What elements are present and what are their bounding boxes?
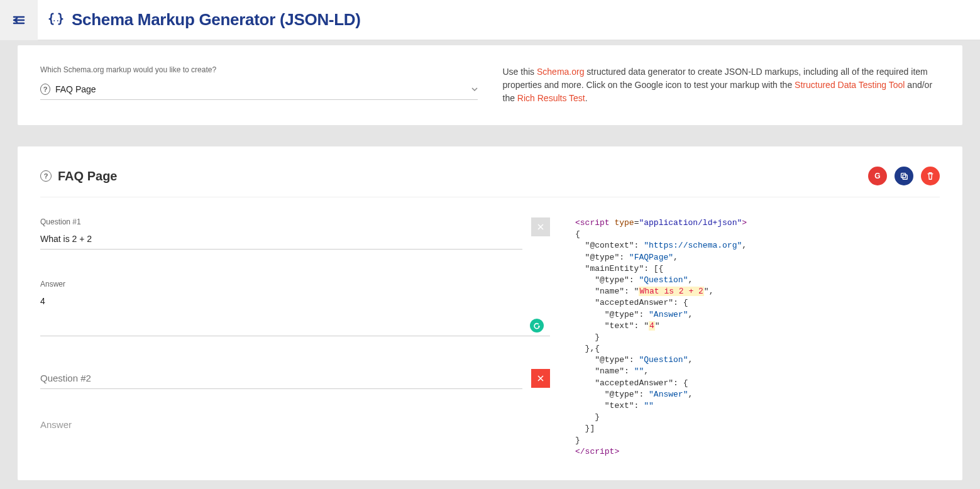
close-icon [537, 375, 544, 382]
grammarly-icon[interactable] [530, 319, 544, 332]
remove-question-button [531, 217, 550, 236]
schema-select[interactable]: ? FAQ Page [40, 80, 478, 100]
code-output: <script type="application/ld+json"> { "@… [575, 209, 940, 460]
answer-label: Answer [40, 419, 550, 430]
google-test-button[interactable]: G [868, 167, 887, 185]
help-icon: ? [40, 84, 50, 94]
close-icon [537, 224, 544, 230]
google-icon: G [873, 171, 883, 181]
question-input[interactable] [40, 369, 522, 389]
answer-block: Answer [40, 419, 550, 430]
menu-toggle-button[interactable] [0, 0, 38, 40]
question-input[interactable] [40, 230, 522, 250]
svg-point-4 [57, 20, 58, 21]
question-block [40, 369, 550, 389]
jsonld-code: <script type="application/ld+json"> { "@… [575, 217, 940, 458]
section-title: FAQ Page [58, 169, 117, 184]
topbar: Schema Markup Generator (JSON-LD) [0, 0, 980, 40]
page-title: Schema Markup Generator (JSON-LD) [72, 10, 361, 30]
intro-card: Which Schema.org markup would you like t… [18, 45, 962, 125]
copy-icon [900, 172, 908, 180]
svg-rect-7 [903, 175, 907, 179]
question-block: Question #1 [40, 217, 550, 250]
chevron-down-icon [471, 86, 478, 92]
remove-question-button[interactable] [531, 369, 550, 388]
schema-org-link[interactable]: Schema.org [537, 67, 584, 77]
generator-card: ? FAQ Page G [18, 146, 962, 480]
delete-button[interactable] [921, 167, 940, 185]
answer-label: Answer [40, 280, 550, 288]
help-icon: ? [40, 170, 52, 182]
sdtt-link[interactable]: Structured Data Testing Tool [795, 80, 905, 90]
svg-text:G: G [874, 172, 880, 180]
logo-braces-icon [47, 11, 65, 30]
question-label: Question #1 [40, 217, 522, 226]
trash-icon [926, 172, 935, 180]
schema-select-value: FAQ Page [55, 84, 471, 94]
schema-select-label: Which Schema.org markup would you like t… [40, 65, 478, 74]
rich-results-link[interactable]: Rich Results Test [517, 93, 585, 103]
answer-block: Answer [40, 280, 550, 339]
form-inputs: Question #1 Answer [40, 209, 550, 460]
answer-input[interactable] [40, 292, 550, 336]
menu-collapse-icon [11, 13, 26, 28]
copy-button[interactable] [895, 167, 913, 185]
intro-description: Use this Schema.org structured data gene… [503, 65, 940, 105]
svg-point-3 [53, 20, 55, 21]
svg-rect-6 [901, 173, 906, 178]
